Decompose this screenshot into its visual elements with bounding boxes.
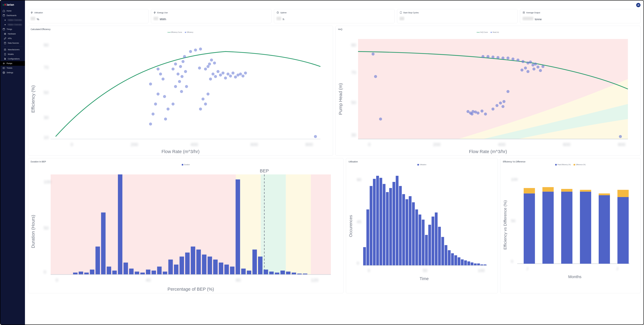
- svg-rect-226: [458, 257, 460, 265]
- svg-point-22: [152, 113, 155, 116]
- refresh-icon: [400, 11, 402, 14]
- svg-rect-225: [454, 255, 457, 265]
- kpi-row: Utilisation % Energy Use MWh: [28, 9, 640, 23]
- nav-data-sources[interactable]: Data Sources: [0, 41, 25, 45]
- svg-text:0: 0: [368, 142, 370, 147]
- efficiency-xlabel: Flow Rate (m^3/hr): [162, 149, 200, 154]
- chart-effdiff: Efficiency Vs Difference Peak Efficiency…: [500, 158, 640, 293]
- svg-point-113: [496, 104, 498, 107]
- legend-peak-eff[interactable]: Peak Efficiency (%): [555, 164, 571, 165]
- svg-rect-146: [101, 212, 106, 275]
- svg-rect-252: [542, 192, 554, 264]
- svg-rect-215: [422, 220, 424, 265]
- nav-settings[interactable]: Settings: [0, 70, 25, 75]
- svg-point-100: [526, 70, 530, 73]
- svg-text:70: 70: [351, 70, 356, 75]
- svg-rect-152: [135, 272, 139, 275]
- kpi-cycles-value: [400, 17, 404, 20]
- svg-rect-254: [561, 192, 572, 264]
- legend-efficiency-curve[interactable]: Efficiency Curve: [168, 32, 182, 33]
- user-avatar[interactable]: JR: [636, 3, 640, 7]
- chart-util-plot[interactable]: Occurences 90450 050100 Time: [348, 166, 495, 281]
- nav-star-2-label: Hidden Overview: [8, 24, 22, 26]
- svg-text:J: J: [616, 266, 618, 271]
- legend-util[interactable]: Utilisation: [418, 164, 426, 165]
- nav-separator: [2, 46, 23, 47]
- nav-models[interactable]: Models: [0, 52, 25, 57]
- svg-rect-260: [618, 197, 629, 264]
- svg-point-33: [184, 70, 187, 73]
- svg-rect-223: [448, 250, 450, 265]
- tickets-icon: [2, 67, 5, 69]
- kpi-cycles-label: Start-Stop Cycles: [403, 12, 419, 14]
- legend-efficiency-points[interactable]: Efficiency: [185, 32, 194, 33]
- svg-rect-151: [129, 269, 134, 275]
- svg-point-114: [499, 102, 502, 105]
- nav-configurations[interactable]: Configurations: [0, 57, 25, 61]
- svg-point-81: [372, 53, 375, 56]
- svg-rect-164: [202, 254, 206, 275]
- nav-tickets-label: Tickets: [6, 67, 12, 69]
- chart-hvq-plot[interactable]: Pump Head (m): [338, 34, 638, 154]
- svg-point-111: [484, 113, 487, 116]
- legend-bep-duration[interactable]: Duration: [182, 164, 190, 165]
- pumps-icon: [2, 62, 5, 65]
- kpi-output: Average Output tonne: [520, 9, 640, 23]
- nav-manufacturers[interactable]: Manufacturers: [0, 47, 25, 52]
- svg-rect-134: [286, 174, 311, 275]
- svg-point-102: [539, 69, 542, 72]
- svg-rect-228: [464, 260, 467, 265]
- nav-apis-label: APIs: [8, 37, 12, 40]
- svg-text:50: 50: [44, 90, 49, 95]
- svg-text:100: 100: [478, 268, 485, 273]
- legend-hvq-head[interactable]: Head (m): [490, 32, 499, 33]
- svg-point-58: [204, 68, 207, 71]
- svg-rect-251: [524, 188, 535, 193]
- nav-hardware-label: Hardware: [8, 33, 16, 35]
- legend-diff[interactable]: Difference (%): [574, 164, 586, 165]
- svg-rect-170: [236, 179, 240, 275]
- svg-point-26: [164, 118, 167, 121]
- svg-point-46: [216, 70, 220, 73]
- nav-hardware[interactable]: Hardware: [0, 32, 25, 36]
- svg-point-99: [520, 69, 524, 72]
- svg-text:50: 50: [351, 100, 356, 105]
- svg-rect-2: [4, 33, 6, 35]
- svg-point-52: [232, 72, 234, 75]
- nav-apis[interactable]: APIs: [0, 36, 25, 41]
- svg-point-98: [524, 67, 527, 70]
- svg-point-88: [502, 57, 504, 60]
- svg-text:600: 600: [250, 142, 258, 147]
- nav-star-1[interactable]: ★ Hidden Overview: [0, 18, 25, 22]
- svg-text:800: 800: [618, 142, 625, 147]
- svg-point-60: [208, 63, 211, 66]
- svg-point-10: [3, 63, 4, 64]
- nav-home[interactable]: Home: [0, 9, 25, 13]
- svg-rect-177: [275, 273, 279, 275]
- svg-point-84: [482, 55, 484, 58]
- svg-point-50: [226, 73, 230, 76]
- svg-rect-142: [79, 272, 83, 275]
- nav-dashboards[interactable]: Dashboards: [0, 13, 25, 18]
- svg-point-91: [516, 59, 520, 62]
- svg-point-73: [156, 68, 160, 71]
- svg-point-115: [502, 100, 506, 103]
- nav-star-2[interactable]: ★ Hidden Overview: [0, 22, 25, 27]
- nav-pumps[interactable]: Pumps: [0, 61, 25, 66]
- chart-bep-plot[interactable]: Duration (Hours) BEP: [30, 166, 341, 291]
- chart-efficiency-plot[interactable]: Efficiency (%) 9070503010: [30, 34, 330, 154]
- chart-effdiff-plot[interactable]: Efficiency vs Difference (%) 100500 JJ M…: [503, 166, 638, 279]
- svg-rect-135: [311, 174, 331, 275]
- legend-hvq-curve[interactable]: HvQ Curve: [477, 32, 488, 33]
- svg-text:10: 10: [44, 135, 49, 140]
- lightning-icon: [154, 11, 156, 14]
- svg-rect-219: [435, 212, 438, 265]
- nav-things[interactable]: Things: [0, 27, 25, 32]
- svg-rect-141: [73, 273, 78, 275]
- chart-bep: Duration In BEP Duration Duration (Hours…: [28, 158, 344, 293]
- models-icon: [4, 53, 6, 56]
- svg-point-43: [209, 78, 212, 81]
- svg-rect-163: [196, 250, 201, 275]
- nav-tickets[interactable]: Tickets: [0, 66, 25, 70]
- nav: Home Dashboards ★ Hidden Overview ★ Hidd…: [0, 9, 25, 75]
